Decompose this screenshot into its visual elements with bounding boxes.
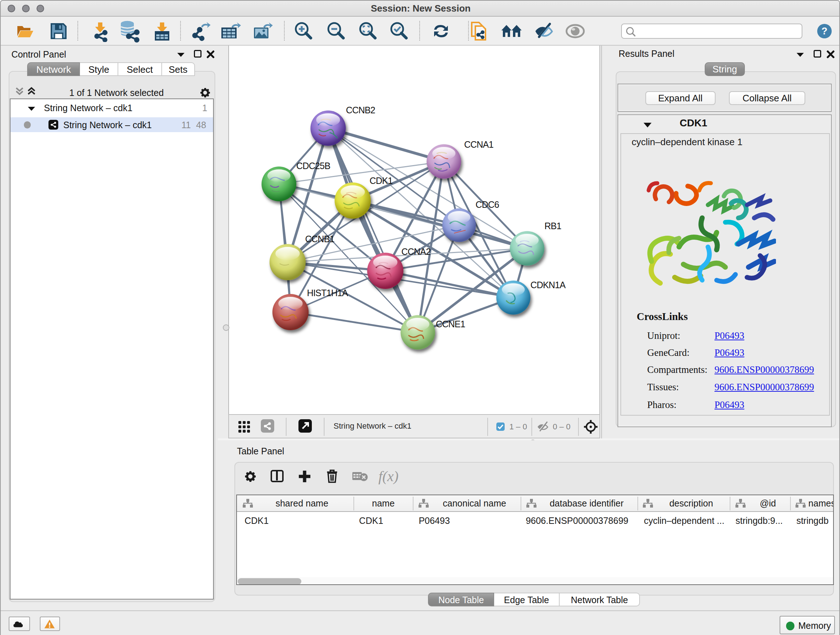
- svg-text:CDK1: CDK1: [369, 176, 393, 186]
- svg-text:?: ?: [821, 26, 828, 36]
- svg-text:CCNB2: CCNB2: [346, 105, 375, 115]
- svg-text:CCNE1: CCNE1: [436, 319, 465, 329]
- svg-text:CDKN1A: CDKN1A: [531, 280, 566, 290]
- svg-text:CCNA2: CCNA2: [401, 247, 431, 257]
- svg-text:CCNA1: CCNA1: [464, 139, 493, 149]
- svg-text:CDC6: CDC6: [475, 200, 499, 210]
- svg-text:CDC25B: CDC25B: [296, 161, 330, 171]
- svg-text:CCNB1: CCNB1: [305, 234, 334, 244]
- svg-text:RB1: RB1: [545, 221, 561, 231]
- svg-text:HIST1H1A: HIST1H1A: [307, 288, 348, 298]
